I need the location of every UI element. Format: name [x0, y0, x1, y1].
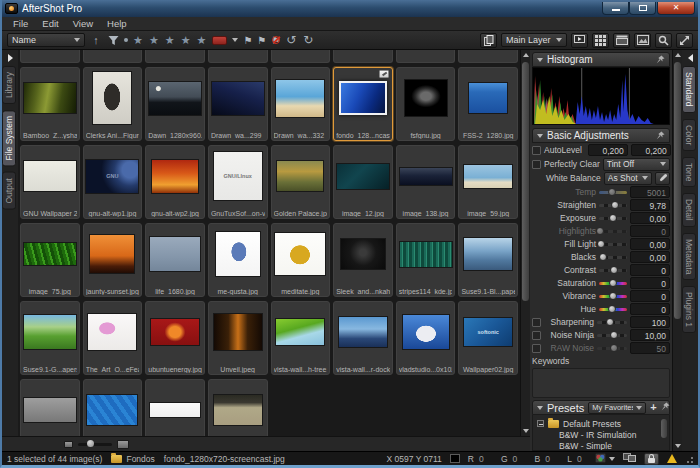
thumbnail-cell[interactable]: jaunty-sunset.jpg — [83, 223, 143, 297]
pin-icon[interactable] — [656, 55, 665, 64]
rotate-left-icon[interactable]: ↺ — [285, 33, 297, 47]
hue-slider-knob[interactable] — [608, 305, 616, 313]
menu-item-edit[interactable]: Edit — [35, 18, 65, 29]
thumbnail-cell[interactable]: image_59.jpg — [458, 145, 518, 219]
rotate-right-icon[interactable]: ↻ — [302, 33, 314, 47]
thumbnail-cell[interactable]: me-gusta.jpg — [208, 223, 268, 297]
thumbnail-cell[interactable]: image_12.jpg — [333, 145, 393, 219]
presets-scroll-thumb[interactable] — [661, 419, 667, 438]
pin-icon[interactable] — [656, 131, 665, 140]
eyedropper-button[interactable] — [655, 172, 670, 185]
thumbnail-cell[interactable]: Dawn_1280x960.jpg — [145, 67, 205, 141]
tab-tone[interactable]: Tone — [682, 157, 696, 187]
tab-library[interactable]: Library — [2, 66, 16, 104]
tab-standard[interactable]: Standard — [682, 66, 696, 113]
raw-noise-slider[interactable] — [597, 347, 627, 350]
contrast-value-field[interactable]: 0 — [630, 264, 670, 276]
basic-adjustments-header[interactable]: Basic Adjustments — [532, 128, 670, 143]
color-label-dropdown-icon[interactable] — [232, 38, 238, 42]
sharpening-slider[interactable] — [597, 321, 627, 324]
scroll-up-icon[interactable] — [675, 53, 681, 57]
blacks-slider-knob[interactable] — [599, 253, 607, 261]
thumbnail-cell[interactable]: FSS-2_1280.jpg — [458, 67, 518, 141]
thumbnail-cell[interactable]: life_1680.jpg — [145, 223, 205, 297]
minimize-button[interactable] — [602, 2, 629, 15]
presets-header[interactable]: Presets My Favorites + — [532, 400, 670, 415]
preset-b-w-simple[interactable]: B&W - Simple — [537, 440, 659, 451]
tint-select[interactable]: Tint Off — [603, 158, 670, 171]
star-rating-4[interactable]: ★ — [181, 34, 192, 47]
thumbnail-cell[interactable] — [333, 50, 393, 63]
thumbnail-cell[interactable] — [396, 50, 456, 63]
vibrance-slider-knob[interactable] — [609, 292, 617, 300]
slideshow-icon[interactable] — [571, 33, 588, 48]
current-folder[interactable]: Fondos — [126, 454, 154, 464]
autolevel-high-field[interactable]: 0,200 — [631, 144, 671, 156]
thumbnail-cell[interactable] — [20, 50, 80, 63]
highlights-slider-knob[interactable] — [596, 227, 604, 235]
preset-default-presets[interactable]: Default Presets — [537, 418, 659, 429]
hue-slider[interactable] — [599, 308, 627, 311]
large-thumbnails-icon[interactable] — [117, 440, 129, 449]
thumbnail-cell[interactable] — [83, 50, 143, 63]
thumbnail-cell[interactable]: gnu-alt-wp2.jpg — [145, 145, 205, 219]
thumbnail-cell[interactable] — [271, 50, 331, 63]
star-rating-5[interactable]: ★ — [197, 34, 208, 47]
collapse-folder-icon[interactable] — [537, 420, 544, 427]
thumbnail-cell[interactable]: Bamboo_Z...ysha.jpg — [20, 67, 80, 141]
thumbnail-cell[interactable]: GNU Wallpaper 2.jpg — [20, 145, 80, 219]
thumbnail-cell[interactable]: Suse9.1-G...apers.jpg — [20, 301, 80, 375]
pin-icon[interactable] — [661, 402, 670, 413]
thumbnail-cell[interactable] — [145, 379, 205, 436]
color-management-icon[interactable] — [595, 453, 606, 465]
color-management-dropdown-icon[interactable] — [609, 457, 615, 461]
warning-icon[interactable] — [667, 454, 677, 463]
contrast-slider-knob[interactable] — [610, 266, 618, 274]
hue-value-field[interactable]: 0 — [630, 303, 670, 315]
saturation-slider[interactable] — [599, 282, 627, 285]
straighten-slider[interactable] — [599, 204, 627, 207]
autolevel-checkbox[interactable] — [532, 146, 541, 155]
blacks-slider[interactable] — [599, 256, 627, 259]
collapse-section-icon[interactable] — [537, 58, 543, 62]
noise-ninja-slider-knob[interactable] — [610, 331, 618, 339]
highlights-value-field[interactable]: 0 — [630, 225, 670, 237]
small-thumbnails-icon[interactable] — [64, 441, 73, 448]
star-rating-1[interactable]: ★ — [133, 34, 144, 47]
thumbnail-cell[interactable]: ubuntuenergy.jpg — [145, 301, 205, 375]
star-rating-2[interactable]: ★ — [149, 34, 160, 47]
thumbnail-cell[interactable]: Unveil.jpeg — [208, 301, 268, 375]
fill-light-value-field[interactable]: 0,00 — [630, 238, 670, 250]
tab-metadata[interactable]: Metadata — [682, 233, 696, 280]
thumbnail-cell[interactable] — [20, 379, 80, 436]
resize-grip[interactable] — [685, 455, 693, 463]
thumbnail-cell[interactable]: GNU/LInuxGnuTuxSof...on-v1.jpg — [208, 145, 268, 219]
filter-icon[interactable] — [107, 33, 119, 47]
keywords-input[interactable] — [532, 368, 670, 398]
thumbnail-cell[interactable]: fondo_128...ncast.jpg — [333, 67, 393, 141]
dual-display-icon[interactable] — [623, 453, 636, 465]
scroll-up-icon[interactable] — [523, 53, 529, 57]
scroll-down-icon[interactable] — [523, 429, 529, 433]
preview-view-icon[interactable] — [613, 33, 630, 48]
thumbnail-cell[interactable] — [145, 50, 205, 63]
color-label-swatch[interactable] — [212, 36, 227, 45]
perfectly-clear-checkbox[interactable] — [532, 160, 541, 169]
sharpening-slider-knob[interactable] — [606, 318, 614, 326]
collapse-right-panel-icon[interactable] — [688, 54, 693, 62]
tab-detail[interactable]: Detail — [682, 193, 696, 227]
temp-value-field[interactable]: 5001 — [630, 186, 670, 198]
close-button[interactable]: ✕ — [657, 2, 695, 15]
layer-select[interactable]: Main Layer — [501, 33, 567, 47]
thumbnail-cell[interactable]: vladstudio...0x1024.jpg — [396, 301, 456, 375]
menu-item-help[interactable]: Help — [100, 18, 134, 29]
collapse-section-icon[interactable] — [537, 134, 543, 138]
vibrance-value-field[interactable]: 0 — [630, 290, 670, 302]
thumbnail-cell[interactable]: The_Art_O...eFear.jpg — [83, 301, 143, 375]
flag-reject-icon[interactable]: ⚑ — [271, 35, 280, 46]
raw-noise-checkbox[interactable] — [532, 344, 541, 353]
scroll-down-icon[interactable] — [675, 444, 681, 448]
straighten-value-field[interactable]: 9,78 — [630, 199, 670, 211]
thumbnail-cell[interactable]: softonicWallpaper02.jpg — [458, 301, 518, 375]
white-balance-select[interactable]: As Shot — [604, 172, 652, 185]
